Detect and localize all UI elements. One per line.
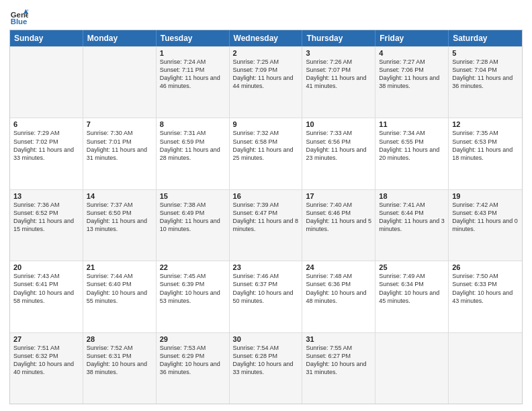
calendar-cell-w4d2: 29Sunrise: 7:53 AM Sunset: 6:29 PM Dayli… [157,333,230,404]
cell-detail-text: Sunrise: 7:30 AM Sunset: 7:01 PM Dayligh… [87,129,152,162]
day-number: 26 [452,263,519,271]
calendar-week-1: 1Sunrise: 7:24 AM Sunset: 7:11 PM Daylig… [10,46,522,118]
calendar-cell-w3d1: 21Sunrise: 7:44 AM Sunset: 6:40 PM Dayli… [83,261,157,332]
calendar-header-saturday: Saturday [449,30,522,46]
day-number: 28 [87,335,152,343]
svg-text:Blue: Blue [11,17,28,26]
cell-detail-text: Sunrise: 7:31 AM Sunset: 6:59 PM Dayligh… [160,129,226,162]
calendar-cell-w3d6: 26Sunrise: 7:50 AM Sunset: 6:33 PM Dayli… [449,261,522,332]
calendar-header-monday: Monday [83,30,157,46]
day-number: 22 [160,263,226,271]
day-number: 14 [87,192,152,200]
calendar-cell-w4d5 [375,333,449,404]
calendar-cell-w4d3: 30Sunrise: 7:54 AM Sunset: 6:28 PM Dayli… [230,333,303,404]
calendar-cell-w1d6: 12Sunrise: 7:35 AM Sunset: 6:53 PM Dayli… [449,118,522,189]
cell-detail-text: Sunrise: 7:42 AM Sunset: 6:43 PM Dayligh… [452,201,519,234]
day-number: 2 [233,49,299,57]
calendar-cell-w3d2: 22Sunrise: 7:45 AM Sunset: 6:39 PM Dayli… [157,261,230,332]
calendar-cell-w3d0: 20Sunrise: 7:43 AM Sunset: 6:41 PM Dayli… [10,261,83,332]
day-number: 11 [379,120,445,128]
calendar-cell-w0d1 [83,47,157,118]
calendar-cell-w0d0 [10,47,83,118]
cell-detail-text: Sunrise: 7:39 AM Sunset: 6:47 PM Dayligh… [233,201,299,234]
day-number: 20 [13,263,79,271]
day-number: 17 [306,192,371,200]
logo: General Blue [9,7,31,26]
calendar-cell-w2d0: 13Sunrise: 7:36 AM Sunset: 6:52 PM Dayli… [10,190,83,261]
day-number: 29 [160,335,226,343]
calendar-cell-w0d2: 1Sunrise: 7:24 AM Sunset: 7:11 PM Daylig… [157,47,230,118]
calendar-cell-w4d1: 28Sunrise: 7:52 AM Sunset: 6:31 PM Dayli… [83,333,157,404]
day-number: 7 [87,120,152,128]
cell-detail-text: Sunrise: 7:46 AM Sunset: 6:37 PM Dayligh… [233,272,299,305]
cell-detail-text: Sunrise: 7:33 AM Sunset: 6:56 PM Dayligh… [306,129,371,162]
calendar-cell-w2d1: 14Sunrise: 7:37 AM Sunset: 6:50 PM Dayli… [83,190,157,261]
calendar-cell-w0d6: 5Sunrise: 7:28 AM Sunset: 7:04 PM Daylig… [449,47,522,118]
cell-detail-text: Sunrise: 7:38 AM Sunset: 6:49 PM Dayligh… [160,201,226,234]
header: General Blue [9,7,523,26]
calendar-header-row: SundayMondayTuesdayWednesdayThursdayFrid… [10,30,522,46]
day-number: 6 [13,120,79,128]
cell-detail-text: Sunrise: 7:24 AM Sunset: 7:11 PM Dayligh… [160,58,226,91]
calendar-cell-w1d3: 9Sunrise: 7:32 AM Sunset: 6:58 PM Daylig… [230,118,303,189]
cell-detail-text: Sunrise: 7:28 AM Sunset: 7:04 PM Dayligh… [452,58,519,91]
calendar: SundayMondayTuesdayWednesdayThursdayFrid… [9,30,523,404]
day-number: 4 [379,49,445,57]
calendar-week-3: 13Sunrise: 7:36 AM Sunset: 6:52 PM Dayli… [10,189,522,261]
day-number: 1 [160,49,226,57]
day-number: 24 [306,263,371,271]
calendar-cell-w2d2: 15Sunrise: 7:38 AM Sunset: 6:49 PM Dayli… [157,190,230,261]
calendar-header-sunday: Sunday [10,30,83,46]
calendar-cell-w2d4: 17Sunrise: 7:40 AM Sunset: 6:46 PM Dayli… [302,190,375,261]
cell-detail-text: Sunrise: 7:50 AM Sunset: 6:33 PM Dayligh… [452,272,519,305]
calendar-cell-w2d3: 16Sunrise: 7:39 AM Sunset: 6:47 PM Dayli… [230,190,303,261]
day-number: 10 [306,120,371,128]
cell-detail-text: Sunrise: 7:48 AM Sunset: 6:36 PM Dayligh… [306,272,371,305]
calendar-cell-w1d5: 11Sunrise: 7:34 AM Sunset: 6:55 PM Dayli… [375,118,449,189]
calendar-cell-w3d5: 25Sunrise: 7:49 AM Sunset: 6:34 PM Dayli… [375,261,449,332]
day-number: 21 [87,263,152,271]
day-number: 3 [306,49,371,57]
calendar-header-thursday: Thursday [302,30,375,46]
cell-detail-text: Sunrise: 7:32 AM Sunset: 6:58 PM Dayligh… [233,129,299,162]
cell-detail-text: Sunrise: 7:37 AM Sunset: 6:50 PM Dayligh… [87,201,152,234]
page: General Blue SundayMondayTuesdayWednesda… [0,0,532,411]
cell-detail-text: Sunrise: 7:55 AM Sunset: 6:27 PM Dayligh… [306,344,371,377]
day-number: 25 [379,263,445,271]
day-number: 30 [233,335,299,343]
calendar-cell-w0d5: 4Sunrise: 7:27 AM Sunset: 7:06 PM Daylig… [375,47,449,118]
cell-detail-text: Sunrise: 7:27 AM Sunset: 7:06 PM Dayligh… [379,58,445,91]
logo-icon: General Blue [9,7,28,26]
cell-detail-text: Sunrise: 7:52 AM Sunset: 6:31 PM Dayligh… [87,344,152,377]
day-number: 31 [306,335,371,343]
calendar-cell-w1d0: 6Sunrise: 7:29 AM Sunset: 7:02 PM Daylig… [10,118,83,189]
calendar-header-friday: Friday [375,30,449,46]
cell-detail-text: Sunrise: 7:35 AM Sunset: 6:53 PM Dayligh… [452,129,519,162]
cell-detail-text: Sunrise: 7:25 AM Sunset: 7:09 PM Dayligh… [233,58,299,91]
day-number: 13 [13,192,79,200]
calendar-cell-w4d6 [449,333,522,404]
calendar-cell-w1d2: 8Sunrise: 7:31 AM Sunset: 6:59 PM Daylig… [157,118,230,189]
calendar-cell-w2d5: 18Sunrise: 7:41 AM Sunset: 6:44 PM Dayli… [375,190,449,261]
calendar-week-2: 6Sunrise: 7:29 AM Sunset: 7:02 PM Daylig… [10,118,522,189]
cell-detail-text: Sunrise: 7:41 AM Sunset: 6:44 PM Dayligh… [379,201,445,234]
cell-detail-text: Sunrise: 7:49 AM Sunset: 6:34 PM Dayligh… [379,272,445,305]
day-number: 5 [452,49,519,57]
day-number: 27 [13,335,79,343]
day-number: 8 [160,120,226,128]
calendar-week-5: 27Sunrise: 7:51 AM Sunset: 6:32 PM Dayli… [10,332,522,404]
day-number: 18 [379,192,445,200]
calendar-header-wednesday: Wednesday [230,30,303,46]
calendar-body: 1Sunrise: 7:24 AM Sunset: 7:11 PM Daylig… [10,46,522,404]
cell-detail-text: Sunrise: 7:54 AM Sunset: 6:28 PM Dayligh… [233,344,299,377]
cell-detail-text: Sunrise: 7:44 AM Sunset: 6:40 PM Dayligh… [87,272,152,305]
calendar-cell-w0d3: 2Sunrise: 7:25 AM Sunset: 7:09 PM Daylig… [230,47,303,118]
calendar-cell-w2d6: 19Sunrise: 7:42 AM Sunset: 6:43 PM Dayli… [449,190,522,261]
calendar-cell-w3d3: 23Sunrise: 7:46 AM Sunset: 6:37 PM Dayli… [230,261,303,332]
day-number: 15 [160,192,226,200]
day-number: 19 [452,192,519,200]
day-number: 23 [233,263,299,271]
cell-detail-text: Sunrise: 7:36 AM Sunset: 6:52 PM Dayligh… [13,201,79,234]
cell-detail-text: Sunrise: 7:51 AM Sunset: 6:32 PM Dayligh… [13,344,79,377]
cell-detail-text: Sunrise: 7:53 AM Sunset: 6:29 PM Dayligh… [160,344,226,377]
